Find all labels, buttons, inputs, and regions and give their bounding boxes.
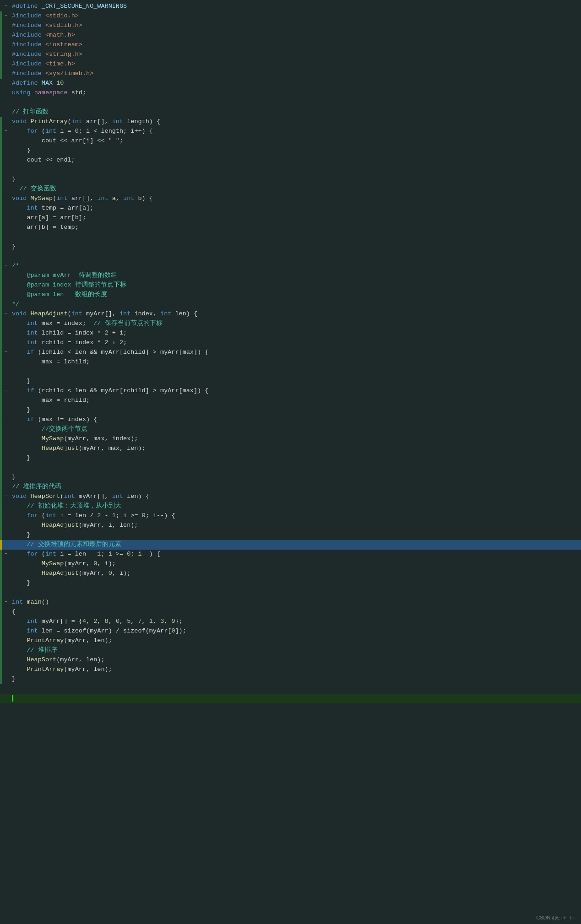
code-line: −int main() (0, 598, 581, 607)
gutter (2, 425, 10, 425)
code-line: −#include <stdio.h> (0, 11, 581, 21)
code-line: } (0, 175, 581, 184)
code-text: #include <sys/timeb.h> (10, 69, 577, 79)
code-line (0, 694, 581, 703)
code-line: HeapAdjust(myArr, i, len); (0, 521, 581, 530)
gutter (2, 665, 10, 665)
code-line (0, 165, 581, 175)
collapse-icon[interactable]: − (5, 195, 8, 202)
code-line (0, 463, 581, 473)
code-text: HeapAdjust(myArr, 0, i); (10, 569, 577, 578)
code-text: if (lchild < len && myArr[lchild] > myAr… (10, 348, 577, 357)
code-line: #include <string.h> (0, 50, 581, 59)
green-bar (0, 434, 2, 444)
code-text: void HeapSort(int myArr[], int len) { (10, 492, 577, 502)
code-text: MySwap(myArr, max, index); (10, 434, 577, 444)
collapse-icon[interactable]: − (5, 550, 8, 558)
gutter: − (2, 117, 10, 125)
collapse-icon[interactable]: − (5, 12, 8, 20)
gutter: − (2, 309, 10, 318)
watermark: CSDN @ETF_TT (536, 915, 576, 920)
collapse-icon[interactable]: − (5, 262, 8, 270)
gutter (2, 175, 10, 175)
code-line (0, 367, 581, 377)
green-bar (0, 646, 2, 655)
code-text: if (max != index) { (10, 415, 577, 425)
green-bar (0, 578, 2, 588)
code-text: #define _CRT_SECURE_NO_WARNINGS (10, 2, 577, 11)
code-line: // 交换堆顶的元素和最后的元素 (0, 540, 581, 550)
gutter (2, 377, 10, 377)
green-bar (0, 665, 2, 675)
no-bar (0, 108, 2, 117)
code-text: // 交换函数 (10, 184, 577, 194)
gutter (2, 502, 10, 502)
no-bar (0, 79, 2, 88)
code-line: // 堆排序 (0, 646, 581, 655)
green-bar (0, 329, 2, 338)
collapse-icon[interactable]: − (5, 598, 8, 606)
code-text: int temp = arr[a]; (10, 204, 577, 213)
gutter: − (2, 598, 10, 606)
gutter (2, 50, 10, 50)
code-line: #include <sys/timeb.h> (0, 69, 581, 79)
collapse-icon[interactable]: − (5, 310, 8, 318)
collapse-icon[interactable]: − (5, 348, 8, 356)
gutter (2, 627, 10, 627)
code-text: } (10, 578, 577, 588)
gutter (2, 694, 10, 694)
code-line: } (0, 578, 581, 588)
gutter (2, 357, 10, 358)
code-line: } (0, 146, 581, 156)
code-text: cout << arr[i] << " "; (10, 136, 577, 146)
code-line: using namespace std; (0, 88, 581, 98)
code-text: // 堆排序 (10, 646, 577, 655)
collapse-icon[interactable]: − (5, 492, 8, 500)
text-cursor (12, 695, 13, 702)
code-line: PrintArray(myArr, len); (0, 636, 581, 646)
gutter (2, 242, 10, 243)
green-bar (0, 655, 2, 665)
code-text: } (10, 175, 577, 184)
code-text: #define MAX 10 (10, 79, 577, 88)
code-line: PrintArray(myArr, len); (0, 665, 581, 675)
collapse-icon[interactable]: − (5, 416, 8, 423)
code-line: @param len 数组的长度 (0, 290, 581, 300)
collapse-icon[interactable]: − (5, 512, 8, 519)
code-text: @param myArr 待调整的数组 (10, 271, 577, 281)
code-line (0, 98, 581, 108)
code-line: −void PrintArray(int arr[], int length) … (0, 117, 581, 127)
collapse-icon[interactable]: − (5, 118, 8, 125)
gutter (2, 223, 10, 223)
gutter (2, 473, 10, 473)
code-text: using namespace std; (10, 88, 577, 98)
code-text: int lchild = index * 2 + 1; (10, 329, 577, 338)
code-text: void HeapAdjust(int myArr[], int index, … (10, 309, 577, 319)
gutter (2, 136, 10, 137)
code-line (0, 252, 581, 261)
code-line: MySwap(myArr, max, index); (0, 434, 581, 444)
collapse-icon[interactable]: − (5, 2, 8, 10)
code-line: #include <iostream> (0, 40, 581, 50)
code-text: */ (10, 300, 577, 309)
code-line: int max = index; // 保存当前节点的下标 (0, 319, 581, 329)
collapse-icon[interactable]: − (5, 127, 8, 135)
collapse-icon[interactable]: − (5, 387, 8, 394)
green-bar (0, 521, 2, 530)
gutter: − (2, 127, 10, 135)
green-bar (0, 559, 2, 569)
code-text: arr[a] = arr[b]; (10, 213, 577, 223)
gutter (2, 617, 10, 617)
green-bar (0, 165, 2, 175)
gutter: − (2, 386, 10, 394)
code-line: // 交换函数 (0, 184, 581, 194)
code-line: −void HeapSort(int myArr[], int len) { (0, 492, 581, 502)
code-line: max = rchild; (0, 396, 581, 405)
green-bar (0, 463, 2, 473)
code-text: void MySwap(int arr[], int a, int b) { (10, 194, 577, 204)
gutter (2, 607, 10, 608)
gutter: − (2, 11, 10, 20)
code-editor[interactable]: −#define _CRT_SECURE_NO_WARNINGS−#includ… (0, 0, 581, 705)
no-bar (0, 684, 2, 694)
green-bar (0, 290, 2, 300)
